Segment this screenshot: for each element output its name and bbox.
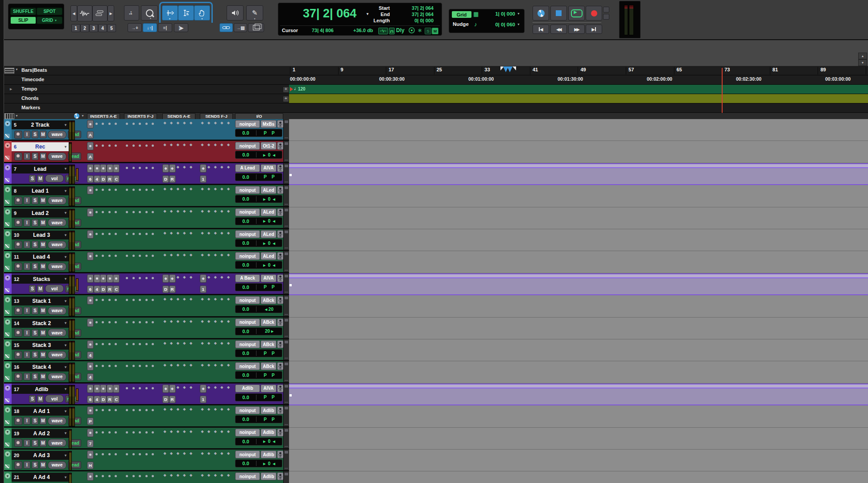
insert-slot[interactable] <box>102 409 104 411</box>
send-slot[interactable]: ◆ <box>170 473 173 477</box>
input-monitor-button[interactable]: I <box>24 373 30 380</box>
send-slot[interactable]: ◆ <box>201 451 204 455</box>
send-slot-button[interactable]: ◆ <box>162 384 169 393</box>
track-disclosure-button[interactable]: ▼ <box>5 275 10 281</box>
output-path-button[interactable]: AIVA <box>260 164 277 172</box>
mute-button[interactable]: M <box>40 153 46 160</box>
insert-assignment-label[interactable]: 7 <box>87 440 94 447</box>
insert-slot[interactable] <box>126 167 128 169</box>
send-slot[interactable]: ◆ <box>201 253 204 257</box>
insert-slot[interactable] <box>102 189 104 191</box>
volume-value[interactable]: 0.0 <box>236 329 256 334</box>
input-monitor-button[interactable]: I <box>24 461 30 469</box>
send-slot[interactable]: ◆ <box>214 187 217 191</box>
insert-slot[interactable] <box>145 167 148 169</box>
volume-value[interactable]: 0.0 <box>236 285 256 290</box>
output-path-button[interactable]: ALed <box>260 252 277 260</box>
chevron-down-icon[interactable]: ▼ <box>15 68 18 71</box>
insert-slot-button[interactable] <box>87 208 94 217</box>
pan-value[interactable]: ▸ 0 ◂ <box>256 197 282 202</box>
solo-button[interactable]: S <box>32 329 38 337</box>
track-name-field[interactable]: 8Lead 1▼ <box>12 186 69 195</box>
mic-input-icon[interactable] <box>277 340 284 348</box>
bar-tick[interactable]: 25 <box>434 67 442 74</box>
send-slot[interactable]: ◆ <box>201 363 204 367</box>
send-slot[interactable]: ◆ <box>227 187 230 191</box>
solo-button[interactable]: S <box>32 263 38 270</box>
insert-slot[interactable] <box>108 255 111 257</box>
send-slot[interactable]: ◆ <box>220 451 223 455</box>
zoom-preset-1[interactable]: 1 <box>71 24 80 32</box>
insert-slot[interactable] <box>139 387 141 389</box>
send-slot[interactable]: ◆ <box>207 209 210 213</box>
send-slot[interactable]: ◆ <box>164 297 166 301</box>
send-slot[interactable]: ◆ <box>214 143 217 147</box>
send-slot[interactable]: ◆ <box>220 385 223 389</box>
solo-button[interactable]: S <box>32 219 38 227</box>
mute-button[interactable]: M <box>40 263 46 270</box>
mute-button[interactable]: M <box>37 285 44 293</box>
scroll-up-button[interactable]: ▲ <box>858 53 867 59</box>
insert-slot-button[interactable] <box>87 362 94 371</box>
insert-slot[interactable] <box>115 255 117 257</box>
track-view-selector[interactable]: wave <box>48 131 66 139</box>
send-slot[interactable]: ◆ <box>164 231 166 235</box>
insert-assignment-label[interactable]: A <box>87 131 94 139</box>
insert-assignment-label[interactable]: 4 <box>87 351 94 359</box>
send-slot[interactable]: ◆ <box>207 275 210 279</box>
insert-slot[interactable] <box>115 189 117 191</box>
send-slot-button[interactable]: ◆ <box>169 384 176 393</box>
timecode-ruler-track[interactable]: 00:00:00:0000:00:30:0000:01:00:0000:01:3… <box>289 75 868 84</box>
input-path-button[interactable]: noinput <box>235 186 260 194</box>
send-slot[interactable]: ◆ <box>201 319 204 323</box>
insert-slot[interactable] <box>145 123 148 125</box>
track-view-selector[interactable]: wave <box>48 197 66 205</box>
volume-value[interactable]: 0.0 <box>236 461 256 466</box>
end-value[interactable]: 37| 2| 064 <box>393 12 434 17</box>
send-slot[interactable]: ◆ <box>183 385 186 389</box>
record-enable-button[interactable] <box>14 329 22 337</box>
chevron-down-icon[interactable]: ▼ <box>517 23 520 26</box>
zoom-preset-4[interactable]: 4 <box>98 24 107 32</box>
insert-slot[interactable] <box>95 343 98 345</box>
mic-input-icon[interactable] <box>277 406 284 414</box>
send-assignment-label[interactable]: D <box>162 175 169 183</box>
input-path-button[interactable]: noinput <box>235 252 260 260</box>
insert-assignment-label[interactable]: C <box>113 175 120 183</box>
send-slot[interactable]: ◆ <box>183 429 186 433</box>
send-slot[interactable]: ◆ <box>170 363 173 367</box>
insert-slot-button[interactable] <box>87 230 94 239</box>
track-disclosure-button[interactable]: ▼ <box>5 143 10 148</box>
input-monitor-button[interactable]: I <box>24 153 30 160</box>
global-mute-badge[interactable]: M <box>432 28 438 34</box>
track-name-field[interactable]: 7Lead▼ <box>12 165 69 173</box>
input-path-button[interactable]: noinput <box>235 340 260 348</box>
bars-beats-ruler[interactable]: ▼ Bars|Beats 191725334149576573818997 <box>0 66 868 75</box>
mute-button[interactable]: M <box>40 373 46 380</box>
chevron-down-icon[interactable]: ▼ <box>64 431 67 435</box>
insert-slot[interactable] <box>152 299 154 301</box>
insert-slot[interactable] <box>115 144 117 147</box>
send-slot[interactable]: ◆ <box>190 253 192 257</box>
chevron-down-icon[interactable]: ▼ <box>64 255 67 259</box>
insert-slot[interactable] <box>145 233 148 235</box>
start-value[interactable]: 37| 2| 064 <box>393 5 434 11</box>
record-enable-button[interactable] <box>14 219 22 227</box>
insert-assignment-label[interactable]: D <box>100 285 107 293</box>
send-slot[interactable]: ◆ <box>190 429 192 433</box>
stop-button[interactable] <box>550 6 567 21</box>
mic-input-icon[interactable] <box>277 186 284 194</box>
bar-tick[interactable]: 81 <box>770 67 778 74</box>
send-slot[interactable]: ◆ <box>177 253 179 257</box>
insert-slot[interactable] <box>102 475 104 477</box>
send-slot[interactable]: ◆ <box>207 385 210 389</box>
insert-slot[interactable] <box>95 475 98 477</box>
track-view-selector[interactable]: vol <box>45 174 64 182</box>
track-disclosure-button[interactable]: ▼ <box>5 231 10 236</box>
mic-input-icon[interactable] <box>277 120 284 128</box>
input-monitor-button[interactable]: I <box>24 307 30 314</box>
track-disclosure-button[interactable]: ▼ <box>5 341 10 347</box>
send-slot[interactable]: ◆ <box>190 187 192 191</box>
scrubber-tool-button[interactable] <box>227 5 244 21</box>
send-slot[interactable]: ◆ <box>227 363 230 367</box>
